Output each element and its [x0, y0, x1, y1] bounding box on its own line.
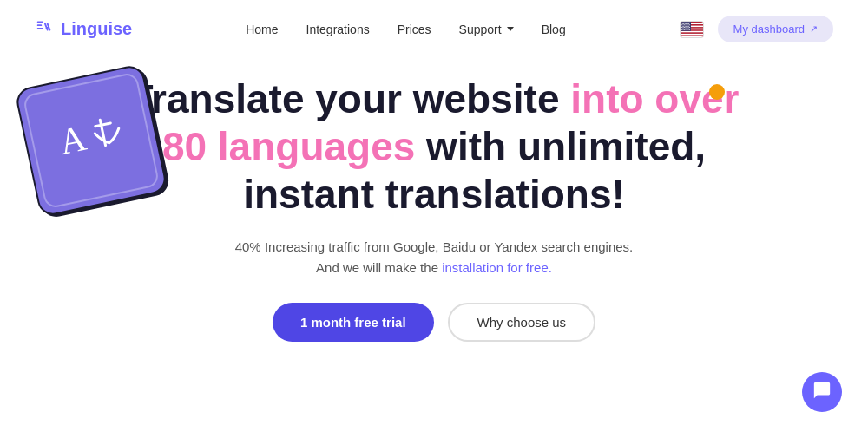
chat-widget-button[interactable] [802, 372, 842, 412]
svg-point-12 [687, 22, 687, 23]
svg-point-22 [682, 24, 683, 25]
translate-illustration: A [26, 75, 174, 223]
nav-home[interactable]: Home [246, 23, 278, 36]
logo-icon [35, 17, 54, 42]
language-flag[interactable] [680, 21, 704, 38]
nav-blog[interactable]: Blog [542, 23, 566, 36]
svg-point-45 [687, 28, 687, 29]
hero-subtitle: 40% Increasing traffic from Google, Baid… [235, 237, 634, 278]
svg-point-41 [681, 28, 682, 29]
svg-point-15 [681, 23, 682, 24]
svg-point-19 [687, 23, 687, 24]
svg-point-21 [681, 24, 682, 25]
svg-point-36 [684, 27, 685, 28]
nav-support[interactable]: Support [459, 23, 514, 36]
svg-point-34 [681, 27, 682, 28]
nav-prices[interactable]: Prices [398, 23, 431, 36]
svg-rect-4 [681, 30, 704, 32]
nav-integrations[interactable]: Integrations [306, 23, 370, 36]
svg-point-13 [687, 22, 688, 23]
logo[interactable]: Linguise [35, 17, 132, 42]
svg-point-46 [688, 28, 689, 29]
svg-point-16 [683, 23, 684, 24]
hero-buttons: 1 month free trial Why choose us [273, 303, 595, 342]
svg-point-17 [684, 23, 685, 24]
svg-point-23 [684, 24, 685, 25]
svg-point-8 [681, 22, 682, 23]
svg-point-38 [687, 27, 687, 28]
svg-point-33 [688, 25, 689, 26]
svg-point-14 [689, 22, 690, 23]
translate-card: A [14, 63, 168, 218]
nav-links: Home Integrations Prices Support Blog [246, 23, 566, 36]
svg-point-53 [689, 29, 690, 29]
orange-dot-decoration [709, 84, 725, 100]
free-trial-button[interactable]: 1 month free trial [273, 303, 434, 342]
svg-point-49 [684, 29, 685, 29]
svg-point-28 [681, 25, 682, 26]
dashboard-button[interactable]: My dashboard ↗ [718, 16, 833, 42]
svg-point-29 [683, 25, 684, 26]
svg-point-42 [683, 28, 684, 29]
svg-point-44 [686, 28, 687, 29]
svg-point-25 [687, 24, 687, 25]
svg-point-50 [685, 29, 686, 29]
svg-point-20 [688, 23, 689, 24]
svg-rect-6 [681, 36, 704, 38]
hero-title-part1: Translate your website [129, 76, 571, 121]
svg-point-37 [685, 27, 686, 28]
svg-point-24 [685, 24, 686, 25]
svg-point-52 [687, 29, 688, 29]
svg-point-47 [681, 29, 682, 29]
svg-point-40 [689, 27, 690, 28]
svg-point-39 [687, 27, 688, 28]
svg-point-35 [682, 27, 683, 28]
svg-rect-5 [681, 33, 704, 35]
chevron-down-icon [507, 27, 514, 31]
hero-section: A Translate your website into over 80 la… [0, 58, 868, 342]
svg-point-48 [682, 29, 683, 29]
svg-point-10 [684, 22, 685, 23]
external-link-icon: ↗ [810, 23, 818, 35]
svg-point-32 [687, 25, 687, 26]
nav-right: My dashboard ↗ [680, 16, 833, 42]
svg-point-43 [684, 28, 685, 29]
svg-point-31 [686, 25, 687, 26]
chat-icon [812, 381, 832, 404]
hero-title: Translate your website into over 80 lang… [108, 75, 760, 219]
svg-point-11 [685, 22, 686, 23]
installation-link[interactable]: installation for free. [442, 260, 552, 275]
svg-text:A: A [56, 118, 90, 162]
svg-point-30 [684, 25, 685, 26]
svg-point-27 [689, 24, 690, 25]
translate-symbol: A [51, 103, 132, 177]
svg-point-26 [687, 24, 688, 25]
logo-text: Linguise [61, 19, 132, 39]
why-choose-us-button[interactable]: Why choose us [448, 303, 596, 342]
svg-point-18 [686, 23, 687, 24]
svg-point-51 [687, 29, 687, 29]
navbar: Linguise Home Integrations Prices Suppor… [0, 0, 868, 58]
svg-point-9 [682, 22, 683, 23]
